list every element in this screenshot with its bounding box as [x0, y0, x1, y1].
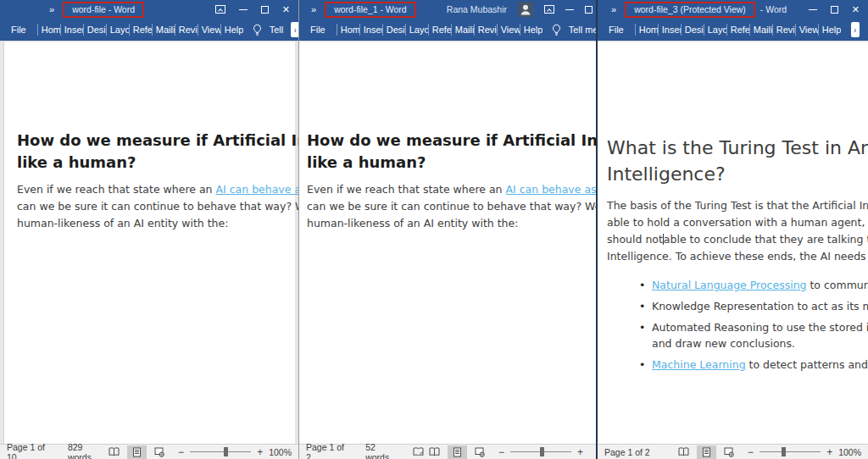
- proofing-errors-icon[interactable]: [413, 447, 424, 456]
- minimize-button[interactable]: [239, 9, 248, 10]
- zoom-slider-thumb[interactable]: [540, 447, 544, 456]
- user-avatar[interactable]: [518, 2, 533, 17]
- zoom-slider-thumb[interactable]: [224, 447, 228, 456]
- tab-home[interactable]: Home: [337, 24, 359, 36]
- titlebar: » word-file - Word ✕: [0, 0, 298, 19]
- maximize-button[interactable]: [261, 6, 269, 14]
- quick-access-overflow-icon[interactable]: »: [49, 4, 53, 14]
- ribbon-display-options-button[interactable]: [544, 5, 554, 14]
- tab-help[interactable]: Help: [220, 24, 243, 36]
- tab-review[interactable]: Review: [175, 24, 198, 36]
- read-mode-button[interactable]: [673, 445, 694, 458]
- doc-hyperlink[interactable]: Machine Learning: [652, 358, 746, 371]
- list-item: Natural Language Processing to communica…: [637, 277, 868, 293]
- doc-heading-line1: How do we measure if Artificial Intellig…: [307, 130, 596, 152]
- close-button[interactable]: ✕: [852, 4, 860, 15]
- print-layout-button[interactable]: [697, 445, 716, 459]
- zoom-in-button[interactable]: +: [826, 446, 832, 458]
- zoom-slider[interactable]: [190, 451, 251, 452]
- maximize-button[interactable]: [831, 6, 838, 14]
- ribbon-display-options-icon: [215, 5, 225, 14]
- zoom-level[interactable]: 100%: [838, 447, 861, 457]
- zoom-in-button[interactable]: +: [577, 446, 583, 458]
- tab-help[interactable]: Help: [520, 24, 542, 36]
- tab-home[interactable]: Home: [37, 24, 60, 36]
- tab-insert[interactable]: Insert: [60, 24, 83, 36]
- doc-hyperlink[interactable]: Natural Language Processing: [652, 279, 807, 291]
- zoom-out-button[interactable]: −: [178, 446, 184, 458]
- tab-design[interactable]: Design: [681, 24, 704, 36]
- zoom-slider-thumb[interactable]: [782, 447, 786, 456]
- tab-file[interactable]: File: [299, 25, 337, 35]
- tab-layout[interactable]: Layout: [405, 24, 428, 36]
- tab-file[interactable]: File: [598, 25, 635, 35]
- zoom-level[interactable]: 100%: [269, 447, 292, 457]
- maximize-button[interactable]: [585, 6, 593, 14]
- word-count[interactable]: 52 words: [365, 442, 399, 459]
- tab-design[interactable]: Design: [382, 24, 405, 36]
- read-mode-button[interactable]: [103, 445, 125, 458]
- tab-view[interactable]: View: [198, 24, 220, 36]
- page-indicator[interactable]: Page 1 of 10: [7, 442, 51, 459]
- print-layout-button[interactable]: [127, 445, 147, 459]
- tab-review[interactable]: Review: [474, 24, 497, 36]
- minimize-button[interactable]: [565, 9, 574, 10]
- tab-home[interactable]: Home: [635, 24, 658, 36]
- signed-in-user[interactable]: Rana Mubashir: [447, 4, 507, 14]
- tab-layout[interactable]: Layout: [704, 24, 726, 36]
- tab-insert[interactable]: Insert: [658, 24, 681, 36]
- lightbulb-icon[interactable]: [252, 24, 263, 36]
- ribbon-expand-chevron-icon[interactable]: ›: [851, 22, 860, 37]
- doc-paragraph-line: can we be sure it can continue to behave…: [307, 198, 596, 215]
- tab-references[interactable]: References: [726, 24, 749, 36]
- zoom-in-button[interactable]: +: [257, 446, 263, 458]
- ribbon-expand-chevron-icon[interactable]: ›: [291, 22, 298, 37]
- quick-access-overflow-icon[interactable]: »: [611, 4, 615, 14]
- close-button[interactable]: ✕: [282, 4, 290, 15]
- document-canvas[interactable]: How do we measure if Artificial Intellig…: [299, 41, 596, 444]
- zoom-slider[interactable]: [760, 451, 821, 452]
- web-layout-button[interactable]: [470, 445, 490, 459]
- page-indicator[interactable]: Page 1 of 2: [604, 447, 650, 457]
- read-mode-button[interactable]: [424, 445, 445, 458]
- tab-design[interactable]: Design: [83, 24, 106, 36]
- tell-me-button[interactable]: Tell: [270, 25, 284, 35]
- tab-review[interactable]: Review: [772, 24, 795, 36]
- word-count[interactable]: 829 words: [68, 442, 103, 459]
- window-title-annotation: word-file_1 - Word: [325, 2, 416, 18]
- zoom-out-button[interactable]: −: [748, 446, 754, 458]
- page-indicator[interactable]: Page 1 of 2: [306, 442, 348, 459]
- web-layout-button[interactable]: [149, 445, 170, 459]
- minimize-button[interactable]: [809, 9, 817, 10]
- tab-view[interactable]: View: [795, 24, 818, 36]
- document-canvas[interactable]: What is the Turing Test in Artificial In…: [598, 41, 868, 444]
- print-layout-button[interactable]: [448, 445, 467, 459]
- tab-insert[interactable]: Insert: [359, 24, 382, 36]
- doc-paragraph-line: able to hold a conversation with a human…: [607, 214, 868, 231]
- lightbulb-icon[interactable]: [551, 24, 562, 36]
- tab-references[interactable]: References: [129, 24, 152, 36]
- tab-references[interactable]: References: [428, 24, 451, 36]
- tab-view[interactable]: View: [497, 24, 520, 36]
- window-title: word-file_3 (Protected View): [634, 4, 746, 14]
- ribbon-display-options-button[interactable]: [215, 5, 225, 14]
- doc-hyperlink[interactable]: AI can behave as a human does,: [506, 183, 596, 196]
- doc-hyperlink[interactable]: AI can behave as a human does,: [216, 183, 298, 196]
- quick-access-overflow-icon[interactable]: »: [311, 4, 315, 14]
- zoom-out-button[interactable]: −: [498, 446, 504, 458]
- document-canvas[interactable]: How do we measure if Artificial Intellig…: [0, 41, 298, 444]
- tab-mailings[interactable]: Mailings: [749, 24, 772, 36]
- list-item: Automated Reasoning to use the stored in…: [637, 319, 868, 351]
- tab-mailings[interactable]: Mailings: [152, 24, 175, 36]
- tab-layout[interactable]: Layout: [106, 24, 129, 36]
- web-layout-button[interactable]: [719, 445, 739, 459]
- window-title-annotation: word-file_3 (Protected View): [625, 2, 755, 18]
- word-window-2: » word-file_1 - Word Rana Mubashir File …: [298, 0, 596, 459]
- tab-mailings[interactable]: Mailings: [451, 24, 474, 36]
- doc-heading-line2: like a human?: [17, 152, 298, 174]
- tab-help[interactable]: Help: [818, 24, 841, 36]
- zoom-slider[interactable]: [510, 451, 571, 452]
- ribbon-tabs: File Home Insert Design Layout Reference…: [598, 19, 868, 41]
- tab-file[interactable]: File: [0, 25, 37, 35]
- tell-me-button[interactable]: Tell me: [569, 25, 596, 35]
